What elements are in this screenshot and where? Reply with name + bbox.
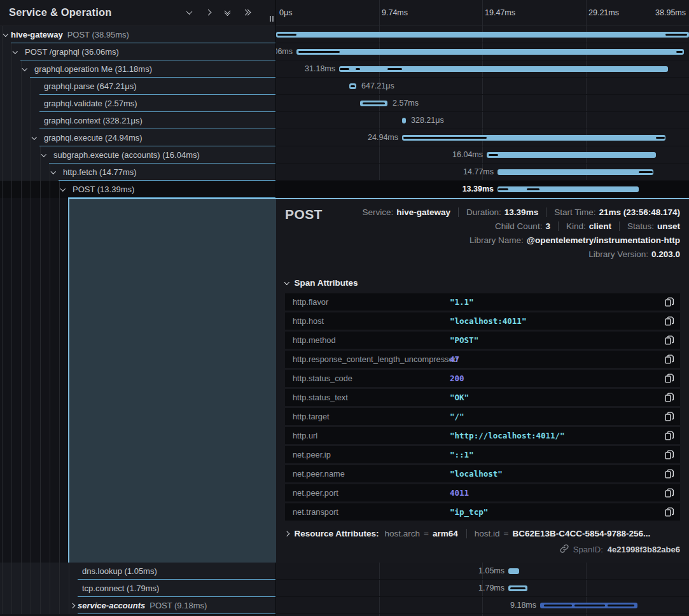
span-timeline-row[interactable]: 1.05ms <box>276 563 689 580</box>
span-timeline-row[interactable]: 16.04ms <box>276 146 689 164</box>
row-chevron-icon[interactable] <box>10 50 20 54</box>
collapse-one-icon[interactable] <box>183 6 195 19</box>
copy-icon[interactable] <box>665 469 674 481</box>
row-chevron-icon[interactable] <box>29 102 39 106</box>
span-timeline-row[interactable]: 1.79ms <box>276 580 689 597</box>
span-duration-bar[interactable] <box>540 603 637 608</box>
resource-attribute: host.arch=arm64 <box>385 529 458 538</box>
copy-icon[interactable] <box>665 374 674 386</box>
row-chevron-icon[interactable] <box>0 33 11 37</box>
meta-item: Service:hive-gateway <box>362 207 450 217</box>
service-name: service-accounts <box>78 601 145 610</box>
attribute-row: http.response_content_length_uncompresse… <box>285 351 680 368</box>
span-tree-row[interactable]: POST (13.39ms) <box>0 181 275 198</box>
row-chevron-icon[interactable] <box>19 67 30 71</box>
span-tree-row[interactable]: graphql.parse (647.21μs) <box>0 78 275 95</box>
span-duration-bar[interactable] <box>402 118 406 123</box>
attribute-value: "1.1" <box>450 297 474 307</box>
row-chevron-icon[interactable] <box>67 570 78 573</box>
copy-icon[interactable] <box>665 393 674 405</box>
attribute-value: 200 <box>450 374 464 383</box>
span-duration-bar[interactable] <box>339 66 668 72</box>
copy-icon[interactable] <box>665 488 674 500</box>
span-tree-row[interactable]: service-accountsPOST (9.18ms) <box>0 597 275 614</box>
span-timeline-row[interactable]: 31.18ms <box>276 60 689 78</box>
span-timeline-row[interactable]: 36.06ms <box>276 43 689 60</box>
link-icon[interactable] <box>560 544 569 555</box>
span-tree-row[interactable]: tcp.connect (1.79ms) <box>0 580 275 597</box>
bar-notch <box>403 137 487 139</box>
span-tree-row[interactable]: graphql.operation Me (31.18ms) <box>0 60 275 78</box>
span-tree-row[interactable]: POST /graphql (36.06ms) <box>0 43 275 60</box>
copy-icon[interactable] <box>665 316 674 328</box>
row-chevron-icon[interactable] <box>67 604 78 608</box>
span-duration-label: 14.77ms <box>463 164 494 180</box>
row-chevron-icon[interactable] <box>38 153 49 157</box>
span-duration-label: 16.04ms <box>452 146 483 163</box>
span-timeline-row[interactable]: 9.18ms <box>276 597 689 614</box>
timeline-rows: 38.95ms 36.06ms 31.18ms 647.21μs 2.57ms … <box>276 26 689 198</box>
row-chevron-icon[interactable] <box>29 136 39 140</box>
attribute-key: http.url <box>293 431 317 440</box>
span-duration-bar[interactable] <box>508 568 519 574</box>
indent-guide <box>11 597 12 614</box>
copy-icon[interactable] <box>665 354 674 367</box>
row-chevron-icon[interactable] <box>67 587 78 591</box>
indent-guide <box>11 78 12 95</box>
span-tree-row[interactable]: graphql.execute (24.94ms) <box>0 129 275 146</box>
chevron-down-icon <box>284 279 289 284</box>
span-duration-bar[interactable] <box>402 135 665 141</box>
collapse-all-icon[interactable] <box>221 6 233 19</box>
indent-guide <box>2 146 3 164</box>
span-timeline-row[interactable]: 647.21μs <box>276 78 689 95</box>
span-title: POST <box>285 207 323 222</box>
panel-resize-handle[interactable] <box>270 16 274 22</box>
span-tree-rows-bottom: dns.lookup (1.05ms) tcp.connect (1.79ms)… <box>0 563 275 614</box>
bar-notch <box>277 34 296 36</box>
expand-all-icon[interactable] <box>240 6 253 19</box>
row-chevron-icon[interactable] <box>29 119 39 123</box>
span-tree-row[interactable]: http.fetch (14.77ms) <box>0 164 275 181</box>
copy-icon[interactable] <box>665 431 674 443</box>
attribute-row: http.url "http://localhost:4011/" <box>285 427 680 444</box>
span-duration-bar[interactable] <box>276 32 689 38</box>
resource-attributes-toggle[interactable]: Resource Attributes: host.arch=arm64host… <box>285 529 680 538</box>
copy-icon[interactable] <box>665 412 674 424</box>
span-name: dns.lookup (1.05ms) <box>78 563 275 580</box>
span-timeline-row[interactable]: 328.21μs <box>276 112 689 129</box>
span-duration-bar[interactable] <box>360 101 387 106</box>
span-tree-row[interactable]: dns.lookup (1.05ms) <box>0 563 275 580</box>
indent-guide <box>11 146 12 164</box>
operation-name: dns.lookup (1.05ms) <box>82 566 157 576</box>
span-duration-bar[interactable] <box>498 169 653 175</box>
span-duration-bar[interactable] <box>296 49 684 55</box>
copy-icon[interactable] <box>665 450 674 462</box>
span-timeline-row[interactable]: 14.77ms <box>276 164 689 181</box>
row-chevron-icon[interactable] <box>48 171 59 174</box>
indent-guide <box>2 43 3 60</box>
span-timeline-row[interactable]: 24.94ms <box>276 129 689 146</box>
row-chevron-icon[interactable] <box>57 188 68 192</box>
tree-header: Service & Operation <box>0 0 275 25</box>
span-tree-row[interactable]: graphql.context (328.21μs) <box>0 112 275 129</box>
span-duration-bar[interactable] <box>498 186 639 192</box>
span-timeline-row[interactable]: 13.39ms <box>276 181 689 198</box>
span-duration-bar[interactable] <box>349 83 356 89</box>
span-tree-row[interactable]: subgraph.execute (accounts) (16.04ms) <box>0 146 275 164</box>
indent-guide <box>2 129 3 146</box>
span-tree-row[interactable]: hive-gatewayPOST (38.95ms) <box>0 26 275 43</box>
span-duration-bar[interactable] <box>487 152 656 158</box>
bar-notch <box>340 68 349 70</box>
span-attributes-toggle[interactable]: Span Attributes <box>285 278 680 288</box>
copy-icon[interactable] <box>665 507 674 519</box>
copy-icon[interactable] <box>665 335 674 347</box>
span-tree-row[interactable]: graphql.validate (2.57ms) <box>0 95 275 112</box>
span-timeline-row[interactable]: 38.95ms <box>276 26 689 43</box>
expand-one-icon[interactable] <box>202 6 214 19</box>
span-name: POST (13.39ms) <box>68 181 275 198</box>
attribute-row: net.peer.name "localhost" <box>285 465 680 482</box>
span-timeline-row[interactable]: 2.57ms <box>276 95 689 112</box>
copy-icon[interactable] <box>665 297 674 309</box>
span-duration-bar[interactable] <box>508 585 527 591</box>
row-chevron-icon[interactable] <box>29 85 39 88</box>
